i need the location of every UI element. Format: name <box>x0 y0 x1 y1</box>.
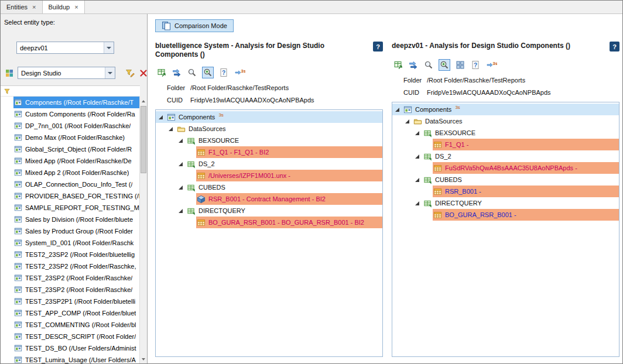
entity-list-item[interactable]: Global_Script_Object (/Root Folder/R <box>1 143 140 155</box>
chevron-down-icon[interactable] <box>104 42 114 53</box>
third-system-icon[interactable] <box>485 60 498 70</box>
entity-list-item[interactable]: Custom Components (/Root Folder/Ra <box>1 108 140 120</box>
close-icon[interactable]: × <box>32 4 36 11</box>
expander-icon[interactable] <box>178 208 183 214</box>
help-doc-icon[interactable] <box>470 60 481 70</box>
tab-buildup[interactable]: Buildup × <box>43 1 85 13</box>
tile-view-icon[interactable] <box>455 60 465 70</box>
application-icon <box>14 332 22 341</box>
tab-entities-label: Entities <box>6 4 28 11</box>
application-icon <box>167 113 176 122</box>
entity-list-item[interactable]: Mixed App (/Root Folder/Raschke/De <box>1 155 140 167</box>
expander-icon[interactable] <box>415 201 420 206</box>
zoom-icon[interactable] <box>187 67 197 78</box>
transfer-icon[interactable] <box>172 67 182 78</box>
tree-node-bo-gura[interactable]: BO_GURA_RSR_B001 - BO_GURA_RSR_B001 - BI… <box>156 217 382 228</box>
excel-export-icon[interactable] <box>393 60 403 70</box>
query-icon <box>197 218 206 227</box>
scroll-down-icon[interactable] <box>140 355 147 363</box>
entity-list-item[interactable]: TEST_23SP2P1 (/Root Folder/bluetelli <box>1 296 140 307</box>
entity-list-item[interactable]: Sales by Division (/Root Folder/bluete <box>1 214 140 225</box>
entity-list-item[interactable]: TEST_COMMENTING (/Root Folder/bl <box>1 319 140 331</box>
entity-list-item[interactable]: Components (/Root Folder/Raschke/T <box>1 97 140 108</box>
help-doc-icon[interactable] <box>218 67 229 78</box>
entity-type-dropdown[interactable]: Design Studio <box>18 67 115 79</box>
transfer-icon[interactable] <box>408 60 419 70</box>
scroll-up-icon[interactable] <box>140 97 147 105</box>
tree-node-rsr-b001[interactable]: RSR_B001 - <box>392 186 619 197</box>
tree-node-rsr-b001[interactable]: RSR_B001 - Contract Management - BI2 <box>156 193 382 205</box>
expander-icon[interactable] <box>415 131 420 136</box>
tree-node-f1-q1[interactable]: F1_Q1 - <box>392 139 619 150</box>
application-icon <box>14 297 22 305</box>
application-icon <box>14 180 22 188</box>
expander-icon[interactable] <box>415 154 420 159</box>
tab-entities[interactable]: Entities × <box>1 1 43 13</box>
entity-list-scrollbar[interactable] <box>139 97 147 363</box>
list-filter-row[interactable] <box>1 85 140 97</box>
zoom-icon[interactable] <box>423 60 434 70</box>
tree-node-ds-2[interactable]: DS_2 <box>156 158 382 170</box>
entity-list-item[interactable]: TEST2_23SP2 (/Root Folder/Raschke, <box>1 260 140 272</box>
entity-list-item[interactable]: TEST_DESCR_SCRIPT (/Root Folder/ <box>1 331 140 342</box>
expander-icon[interactable] <box>168 126 173 132</box>
comparison-mode-button[interactable]: Comparison Mode <box>155 19 234 32</box>
folder-label: Folder <box>167 84 190 91</box>
tree-node-f1-q1[interactable]: F1_Q1 - F1_Q1 - BI2 <box>156 146 382 158</box>
tree-node-bexsource[interactable]: BEXSOURCE <box>392 127 619 139</box>
entity-list-item[interactable]: TEST_23SP2 (/Root Folder/Raschke/ <box>1 284 140 296</box>
entity-list-item[interactable]: OLAP_Connection_Docu_Info_Test (/ <box>1 178 140 190</box>
tree-node-components[interactable]: Components3s <box>392 104 619 115</box>
folder-icon <box>413 117 422 126</box>
tree-node-directquery[interactable]: DIRECTQUERY <box>156 205 382 217</box>
entity-list-item[interactable]: SAMPLE_REPORT_FOR_TESTING_M ( <box>1 202 140 214</box>
tree-node-components[interactable]: Components3s <box>156 111 382 123</box>
entity-list-item[interactable]: Mixed App 2 (/Root Folder/Raschke) <box>1 167 140 178</box>
entity-sidebar: Select entity type: deepzv01 Design Stud… <box>1 14 148 363</box>
expander-icon[interactable] <box>178 185 183 190</box>
third-system-icon[interactable] <box>234 67 246 78</box>
scrollbar-thumb[interactable] <box>141 106 146 173</box>
tree-node-universe[interactable]: /Universes/IZPF1M001.unx - <box>156 170 382 181</box>
system-dropdown[interactable]: deepzv01 <box>16 42 114 54</box>
expander-icon[interactable] <box>405 119 410 124</box>
expander-icon[interactable] <box>395 107 400 112</box>
application-icon <box>14 356 22 363</box>
tree-node-cubeds[interactable]: CUBEDS <box>156 181 382 193</box>
expander-icon[interactable] <box>158 115 163 120</box>
entity-list-item[interactable]: TEST_23SP2 (/Root Folder/Raschke/ <box>1 272 140 284</box>
expander-icon[interactable] <box>178 138 183 143</box>
cuid-value: FridpVe19wIACQUAAADXoQcAoNPBApds <box>427 89 551 96</box>
close-icon[interactable]: × <box>74 4 78 11</box>
entity-list-item[interactable]: Sales by Product Group (/Root Folder <box>1 225 140 237</box>
tree-node-datasources[interactable]: DataSources <box>392 115 619 127</box>
expander-icon[interactable] <box>178 162 183 167</box>
query-icon <box>197 171 206 180</box>
tree-node-directquery[interactable]: DIRECTQUERY <box>392 197 619 209</box>
tree-node-bexsource[interactable]: BEXSOURCE <box>156 135 382 146</box>
tree-node-fusdrva[interactable]: FuSdRVa5hQwA4BsAAAC35U8AoNPBApds - <box>392 162 619 174</box>
entity-list-item[interactable]: PROVIDER_BASED_FOR_TESTING (/F <box>1 190 140 202</box>
tree-node-bo-gura[interactable]: BO_GURA_RSR_B001 - <box>392 209 619 221</box>
tree-node-datasources[interactable]: DataSources <box>156 123 382 135</box>
filter-edit-icon[interactable] <box>125 68 135 78</box>
application-icon <box>403 105 412 114</box>
tree-node-ds-2[interactable]: DS_2 <box>392 150 619 162</box>
zoom-plus-icon[interactable] <box>202 67 214 78</box>
chevron-down-icon[interactable] <box>105 67 115 78</box>
help-icon[interactable]: ? <box>610 42 619 51</box>
entity-list-item[interactable]: Demo Max (/Root Folder/Raschke) <box>1 132 140 143</box>
entity-list-item[interactable]: TEST2_23SP2 (/Root Folder/bluetellig <box>1 249 140 260</box>
entity-list-item[interactable]: TEST_Lumira_Usage (/User Folders/A <box>1 354 140 363</box>
folder-icon <box>177 125 186 133</box>
cuid-label: CUID <box>167 97 190 104</box>
tree-node-cubeds[interactable]: CUBEDS <box>392 174 619 186</box>
entity-list-item[interactable]: System_ID_001 (/Root Folder/Raschk <box>1 237 140 249</box>
help-icon[interactable]: ? <box>373 42 383 51</box>
excel-export-icon[interactable] <box>156 67 167 78</box>
entity-list-item[interactable]: TEST_DS_BO (/User Folders/Administ <box>1 342 140 354</box>
zoom-plus-icon[interactable] <box>439 59 450 71</box>
entity-list-item[interactable]: TEST_APP_COMP (/Root Folder/bluet <box>1 307 140 319</box>
expander-icon[interactable] <box>415 177 420 183</box>
entity-list-item[interactable]: DP_7nn_001 (/Root Folder/Raschke/ <box>1 120 140 132</box>
